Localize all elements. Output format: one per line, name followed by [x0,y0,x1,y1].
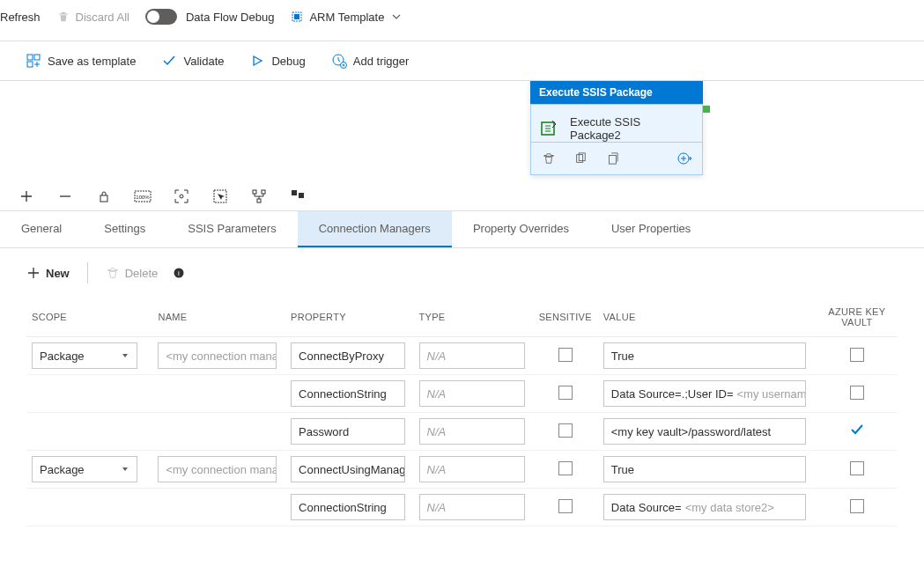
top-toolbar: Refresh Discard All Data Flow Debug ARM … [0,0,924,41]
clone-icon[interactable] [573,151,588,166]
tab-connection-managers[interactable]: Connection Managers [298,211,452,247]
property-input[interactable]: Password [291,418,405,445]
svg-rect-1 [27,55,33,60]
auto-align-icon[interactable] [252,189,266,203]
table-row: ConnectionStringN/AData Source= <my data… [26,489,898,526]
type-input[interactable]: N/A [419,456,525,482]
col-type: TYPE [414,298,533,337]
refresh-button[interactable]: Refresh [0,11,41,24]
azure-key-vault-checkbox[interactable] [850,386,864,400]
save-as-template-label: Save as template [48,55,136,68]
add-output-icon[interactable] [677,151,691,166]
info-icon[interactable]: i [172,266,186,280]
delete-button[interactable]: Delete [106,266,159,280]
azure-key-vault-checkbox[interactable] [850,461,864,475]
trash-icon [106,266,120,280]
delete-icon[interactable] [542,151,556,166]
chevron-down-icon [389,10,403,24]
toggle-switch-icon [145,9,177,25]
canvas-toolbar: 100% [0,182,924,211]
svg-rect-17 [262,190,265,194]
value-input[interactable]: True [603,456,806,482]
validate-button[interactable]: Validate [162,54,224,68]
property-input[interactable]: ConnectUsingManagedIdentity [291,456,405,482]
azure-key-vault-checkbox[interactable] [850,499,864,513]
zoom-out-icon[interactable] [58,189,72,203]
scope-select[interactable]: Package [32,456,137,482]
arm-template-dropdown[interactable]: ARM Template [290,10,403,24]
new-button[interactable]: New [26,266,70,280]
scope-select[interactable]: Package [32,342,137,369]
azure-key-vault-checkbox[interactable] [850,348,864,362]
zoom-100-icon[interactable]: 100% [136,189,150,203]
value-input[interactable]: Data Source=.;User ID= <my username> [603,380,806,407]
table-row: Package<my connection manager>ConnectByP… [26,337,898,375]
value-input[interactable]: <my key vault>/password/latest [603,418,806,445]
pipeline-action-bar: Save as template Validate Debug Add trig… [0,41,924,81]
success-output-handle[interactable] [703,106,710,113]
data-flow-debug-toggle[interactable]: Data Flow Debug [145,9,274,25]
property-input[interactable]: ConnectionString [291,380,405,407]
tab-ssis-parameters[interactable]: SSIS Parameters [166,211,297,247]
type-input[interactable]: N/A [419,494,525,520]
col-property: PROPERTY [285,298,414,337]
tab-user-properties[interactable]: User Properties [590,211,712,247]
table-row: Package<my connection manager>ConnectUsi… [26,451,898,489]
copy-icon[interactable] [605,151,619,166]
col-azure-key-vault: AZURE KEY VAULT [817,298,898,337]
name-input[interactable]: <my connection manager> [158,342,277,369]
svg-rect-20 [299,193,304,198]
sensitive-checkbox[interactable] [558,499,573,513]
add-trigger-icon [332,54,346,68]
connection-managers-grid: SCOPE NAME PROPERTY TYPE SENSITIVE VALUE… [0,298,924,544]
add-trigger-button[interactable]: Add trigger [332,54,410,68]
sensitive-checkbox[interactable] [558,423,573,438]
type-input[interactable]: N/A [419,418,525,445]
tab-settings[interactable]: Settings [83,211,166,247]
type-input[interactable]: N/A [419,342,525,369]
tab-general[interactable]: General [0,211,83,247]
svg-rect-0 [294,14,299,19]
svg-rect-3 [27,62,33,67]
name-input[interactable]: <my connection manager> [158,456,277,482]
activity-header: Execute SSIS Package [530,81,703,104]
save-as-template-button[interactable]: Save as template [26,54,136,68]
sensitive-checkbox[interactable] [558,348,573,362]
activity-card[interactable]: Execute SSIS Package Execute SSIS Packag… [530,81,703,175]
zoom-fit-icon[interactable] [174,189,188,203]
svg-rect-16 [253,190,256,194]
add-trigger-label: Add trigger [353,55,410,68]
new-label: New [46,267,70,280]
svg-rect-2 [34,55,40,60]
layout-icon[interactable] [291,189,305,203]
property-input[interactable]: ConnectionString [291,494,405,520]
svg-text:100%: 100% [136,195,150,200]
divider [87,262,88,283]
svg-rect-11 [100,195,107,202]
col-scope: SCOPE [26,298,152,337]
sensitive-checkbox[interactable] [558,386,573,400]
validate-label: Validate [183,55,224,68]
debug-button[interactable]: Debug [250,54,305,68]
arm-template-label: ARM Template [309,11,384,24]
col-name: NAME [152,298,285,337]
discard-all-button[interactable]: Discard All [56,10,129,24]
check-icon [162,54,176,68]
zoom-in-icon[interactable] [19,189,33,203]
plus-icon [26,266,41,280]
select-icon[interactable] [213,189,227,203]
pipeline-canvas[interactable]: Execute SSIS Package Execute SSIS Packag… [0,81,924,182]
svg-rect-18 [257,199,261,202]
lock-icon[interactable] [97,189,111,203]
value-input[interactable]: True [603,342,806,369]
col-value: VALUE [598,298,817,337]
trash-icon [56,10,70,24]
data-flow-debug-label: Data Flow Debug [186,11,274,24]
tab-property-overrides[interactable]: Property Overrides [452,211,590,247]
col-sensitive: SENSITIVE [533,298,598,337]
sensitive-checkbox[interactable] [558,461,573,475]
property-input[interactable]: ConnectByProxy [291,342,405,369]
value-input[interactable]: Data Source= <my data store2> [603,494,806,520]
azure-key-vault-checkbox[interactable] [849,423,865,441]
type-input[interactable]: N/A [419,380,525,407]
